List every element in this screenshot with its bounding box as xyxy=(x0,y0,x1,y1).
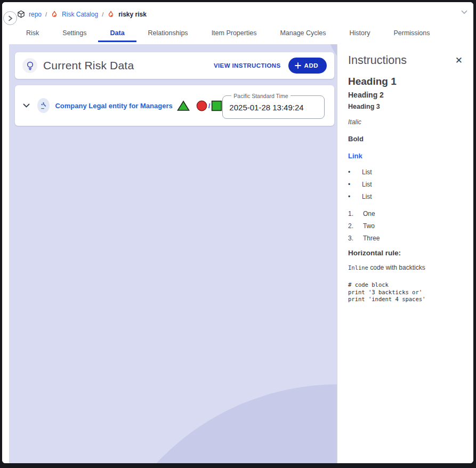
timestamp-field: Pacific Standard Time xyxy=(222,93,325,119)
decorative-shape xyxy=(89,384,337,463)
list-item: 3. Three xyxy=(348,235,465,242)
md-heading2: Heading 2 xyxy=(348,91,465,99)
list-item-label: List xyxy=(362,181,372,188)
plus-icon xyxy=(295,62,301,69)
tab-bar: Risk Settings Data Relationships Item Pr… xyxy=(2,26,473,44)
risk-data-row: Company Legal entity for Managers / Paci… xyxy=(15,85,334,126)
md-heading1: Heading 1 xyxy=(348,76,465,87)
breadcrumb-risk-catalog-link[interactable]: Risk Catalog xyxy=(62,11,98,18)
md-italic-sample: Italic xyxy=(348,118,465,126)
add-button[interactable]: ADD xyxy=(288,58,327,74)
green-triangle-icon xyxy=(177,100,190,111)
md-inline-code-line: Inline code with backticks xyxy=(348,264,465,271)
gavel-icon xyxy=(37,98,50,113)
flame-icon xyxy=(51,10,58,18)
list-item-label: List xyxy=(362,168,372,176)
lightbulb-icon xyxy=(22,58,37,73)
breadcrumb: repo / Risk Catalog / risky risk xyxy=(17,10,147,18)
tab-item-properties[interactable]: Item Properties xyxy=(200,26,269,42)
tab-risk[interactable]: Risk xyxy=(14,26,51,42)
number-marker: 2. xyxy=(348,222,363,230)
red-circle-icon xyxy=(196,100,207,111)
number-marker: 3. xyxy=(348,235,363,242)
list-item-label: List xyxy=(362,193,372,200)
green-square-icon xyxy=(211,100,222,111)
list-item-label: Three xyxy=(363,235,380,242)
timezone-label: Pacific Standard Time xyxy=(231,93,290,99)
entity-link[interactable]: Company Legal entity for Managers xyxy=(55,102,172,110)
view-instructions-link[interactable]: VIEW INSTRUCTIONS xyxy=(214,62,281,69)
tab-permissions[interactable]: Permissions xyxy=(382,26,441,42)
md-link-sample[interactable]: Link xyxy=(348,152,362,160)
list-item: • List xyxy=(348,168,465,176)
md-numbered-list: 1. One 2. Two 3. Three xyxy=(348,210,465,242)
number-marker: 1. xyxy=(348,210,363,217)
breadcrumb-separator: / xyxy=(102,11,103,18)
page-title: Current Risk Data xyxy=(43,59,134,72)
tab-history[interactable]: History xyxy=(338,26,382,42)
close-icon[interactable]: ✕ xyxy=(453,54,465,67)
list-item: 1. One xyxy=(348,210,465,217)
inline-code: Inline xyxy=(348,264,368,271)
current-risk-data-card: Current Risk Data VIEW INSTRUCTIONS ADD xyxy=(15,52,334,79)
shape-separator: / xyxy=(208,102,211,110)
tab-data[interactable]: Data xyxy=(98,26,136,42)
instructions-title: Instructions xyxy=(348,54,407,67)
instructions-panel: Instructions ✕ Heading 1 Heading 2 Headi… xyxy=(337,44,473,463)
package-icon xyxy=(17,10,25,18)
md-bold-sample: Bold xyxy=(348,135,465,143)
chevron-down-icon[interactable] xyxy=(461,10,468,14)
app-window: repo / Risk Catalog / risky risk xyxy=(2,2,473,463)
flame-icon xyxy=(107,10,115,18)
breadcrumb-current-item: risky risk xyxy=(118,11,147,18)
expand-chevron-icon[interactable] xyxy=(21,100,31,111)
md-heading3: Heading 3 xyxy=(348,103,465,110)
add-button-label: ADD xyxy=(304,62,318,69)
left-gutter xyxy=(2,44,9,463)
list-item: • List xyxy=(348,193,465,200)
list-item: • List xyxy=(348,181,465,188)
inline-code-rest: code with backticks xyxy=(368,264,425,271)
md-horizontal-rule-label: Horizontal rule: xyxy=(348,249,465,257)
sidebar-expand-button[interactable] xyxy=(3,11,17,25)
list-item-label: Two xyxy=(363,222,375,230)
breadcrumb-separator: / xyxy=(45,11,47,18)
window-frame: repo / Risk Catalog / risky risk xyxy=(0,0,476,468)
bullet-marker: • xyxy=(348,193,362,200)
tab-manage-cycles[interactable]: Manage Cycles xyxy=(268,26,337,42)
breadcrumb-bar: repo / Risk Catalog / risky risk xyxy=(2,2,473,26)
list-item-label: One xyxy=(363,210,375,217)
content-area: Current Risk Data VIEW INSTRUCTIONS ADD xyxy=(2,44,473,463)
md-code-block: # code block print '3 backticks or' prin… xyxy=(348,281,465,303)
tab-relationships[interactable]: Relationships xyxy=(136,26,200,42)
list-item: 2. Two xyxy=(348,222,465,230)
bullet-marker: • xyxy=(348,181,362,188)
timestamp-input[interactable] xyxy=(229,103,318,112)
md-bullet-list: • List • List • List xyxy=(348,168,465,200)
risk-data-panel: Current Risk Data VIEW INSTRUCTIONS ADD xyxy=(9,44,337,463)
tab-settings[interactable]: Settings xyxy=(51,26,98,42)
breadcrumb-repo-link[interactable]: repo xyxy=(29,11,42,18)
bullet-marker: • xyxy=(348,168,362,176)
